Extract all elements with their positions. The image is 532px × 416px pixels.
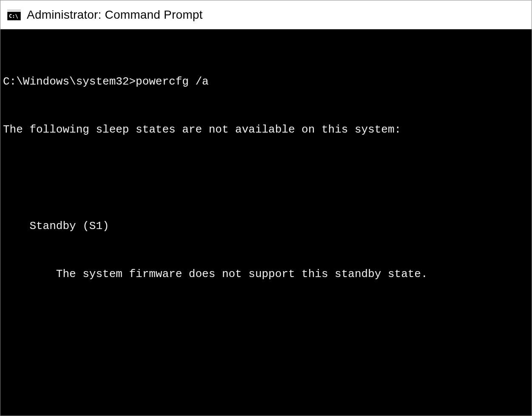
sleep-state-name: Standby (S1)	[3, 218, 529, 235]
sleep-state-s2: Standby (S2) The system firmware does no…	[3, 410, 529, 416]
prompt: C:\Windows\system32>	[3, 75, 136, 88]
terminal-output[interactable]: C:\Windows\system32>powercfg /a The foll…	[0, 29, 532, 416]
sleep-state-reason: The system firmware does not support thi…	[3, 266, 529, 283]
sleep-state-s1: Standby (S1) The system firmware does no…	[3, 186, 529, 314]
command-prompt-icon: C:\	[7, 9, 21, 20]
window-title: Administrator: Command Prompt	[27, 8, 202, 22]
svg-rect-1	[7, 9, 21, 12]
svg-text:C:\: C:\	[9, 13, 18, 19]
command: powercfg /a	[136, 75, 209, 88]
prompt-line: C:\Windows\system32>powercfg /a	[3, 74, 529, 90]
command-prompt-window: C:\ Administrator: Command Prompt C:\Win…	[0, 0, 532, 416]
titlebar[interactable]: C:\ Administrator: Command Prompt	[0, 0, 532, 29]
blank-line	[3, 346, 529, 362]
output-intro: The following sleep states are not avail…	[3, 122, 529, 138]
